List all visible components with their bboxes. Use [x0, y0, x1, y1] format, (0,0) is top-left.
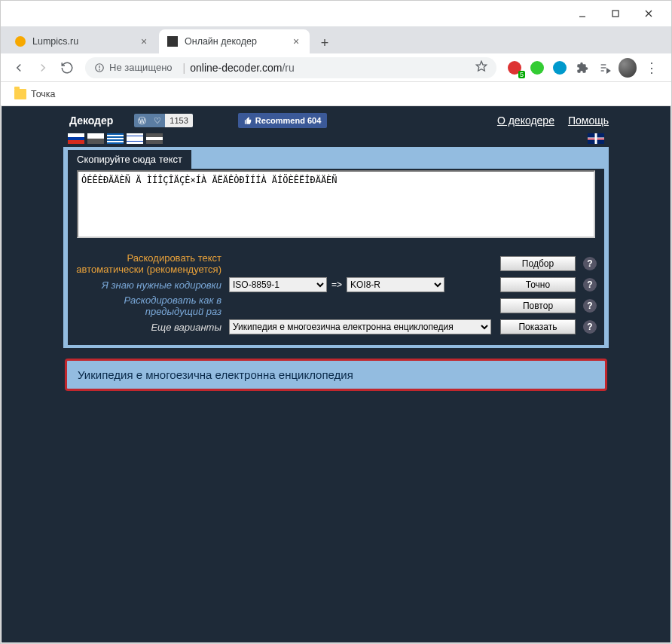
vk-like-badge[interactable]: Ⓦ♡ 1153	[134, 114, 192, 127]
tab-close-icon[interactable]: ×	[138, 35, 150, 47]
help-icon[interactable]: ?	[583, 257, 597, 270]
url-host: online-decoder.com	[190, 62, 282, 74]
url-path: /ru	[282, 62, 294, 74]
profile-avatar[interactable]	[619, 59, 637, 77]
repeat-decode-button[interactable]: Повтор	[500, 298, 576, 313]
reload-button[interactable]	[55, 56, 79, 80]
result-text: Уикипедия е многоезична електронна енцик…	[78, 368, 353, 381]
flag-ru-icon[interactable]	[68, 133, 84, 144]
folder-icon	[14, 89, 26, 99]
flag-icon[interactable]	[87, 133, 104, 144]
variants-select[interactable]: Уикипедия е многоезична електронна енцик…	[229, 319, 491, 334]
extension-icons: 5 ⋮	[502, 59, 665, 77]
section-heading: Скопируйте сюда текст	[68, 150, 191, 169]
bookmark-label: Точка	[31, 89, 56, 99]
bookmarks-bar: Точка	[1, 82, 671, 106]
window-titlebar	[1, 1, 671, 26]
warning-icon	[94, 63, 105, 73]
insecure-indicator[interactable]: Не защищено	[94, 62, 173, 73]
decoder-input[interactable]: ÓÉÊÈĐÄÄÈÑ Ä ÌÍÎÇÎÄÇÈ×ÍÀ ÄËÄÊÒĐÎÍÍÀ ÄÍÖÈÊ…	[77, 170, 595, 238]
favicon-decoder-icon	[166, 35, 179, 47]
bookmark-star-icon[interactable]	[475, 60, 487, 75]
tab-decoder[interactable]: Онлайн декодер ×	[159, 29, 310, 53]
help-link[interactable]: Помощь	[568, 114, 609, 127]
show-button[interactable]: Показать	[500, 319, 576, 334]
extension-icon[interactable]: 5	[506, 59, 524, 77]
address-bar: Не защищено | online-decoder.com/ru 5 ⋮	[1, 53, 671, 82]
flag-icon[interactable]	[146, 133, 163, 144]
decode-result: Уикипедия е многоезична електронна енцик…	[65, 359, 607, 391]
auto-decode-button[interactable]: Подбор	[500, 256, 576, 271]
insecure-label: Не защищено	[109, 62, 173, 73]
browser-menu-button[interactable]: ⋮	[641, 60, 662, 76]
prev-decode-label: Раскодировать как в предыдущий раз	[75, 295, 229, 317]
thumbs-up-icon	[244, 117, 252, 125]
page-viewport: Декодер Ⓦ♡ 1153 Recommend 604 О декодере…	[2, 106, 670, 642]
help-icon[interactable]: ?	[583, 299, 597, 313]
flag-gr-icon[interactable]	[107, 133, 124, 144]
known-encodings-label: Я знаю нужные кодировки	[75, 279, 229, 291]
help-icon[interactable]: ?	[583, 320, 597, 334]
extension-icon[interactable]	[551, 59, 569, 77]
fb-label: Recommend 604	[255, 116, 321, 125]
omnibox[interactable]: Не защищено | online-decoder.com/ru	[85, 57, 496, 78]
svg-marker-7	[476, 61, 486, 71]
flag-il-icon[interactable]	[127, 133, 143, 144]
tab-title: Онлайн декодер	[185, 36, 290, 47]
forward-button[interactable]	[31, 56, 55, 80]
svg-marker-11	[607, 69, 610, 72]
language-flags	[63, 130, 609, 147]
extension-icon[interactable]	[528, 59, 546, 77]
tab-close-icon[interactable]: ×	[290, 35, 302, 47]
tab-strip: Lumpics.ru × Онлайн декодер × +	[1, 26, 671, 53]
help-icon[interactable]: ?	[583, 278, 597, 291]
minimize-button[interactable]	[566, 3, 599, 24]
bookmark-folder[interactable]: Точка	[8, 86, 62, 102]
encoding-from-select[interactable]: ISO-8859-1	[229, 277, 327, 292]
arrow-icon: =>	[327, 279, 347, 290]
vk-like-count: 1153	[165, 114, 192, 127]
back-button[interactable]	[7, 56, 31, 80]
exact-decode-button[interactable]: Точно	[500, 277, 576, 292]
tab-lumpics[interactable]: Lumpics.ru ×	[7, 29, 157, 53]
site-brand: Декодер	[63, 114, 113, 127]
media-control-icon[interactable]	[596, 59, 614, 77]
divider: |	[183, 62, 186, 74]
ext-badge: 5	[518, 71, 525, 78]
vk-icon: Ⓦ	[134, 115, 150, 127]
site-header: Декодер Ⓦ♡ 1153 Recommend 604 О декодере…	[63, 111, 609, 130]
decode-controls: Раскодировать текст автоматически (реком…	[68, 249, 604, 345]
new-tab-button[interactable]: +	[314, 32, 335, 53]
extensions-puzzle-icon[interactable]	[573, 59, 591, 77]
more-variants-label: Еще варианты	[75, 322, 229, 333]
close-button[interactable]	[632, 3, 665, 24]
tab-title: Lumpics.ru	[32, 36, 138, 47]
favicon-lumpics-icon	[14, 35, 26, 47]
fb-recommend-badge[interactable]: Recommend 604	[238, 113, 327, 128]
encoding-to-select[interactable]: KOI8-R	[347, 277, 444, 292]
auto-decode-label: Раскодировать текст автоматически (реком…	[75, 252, 229, 275]
svg-rect-1	[612, 11, 619, 17]
flag-uk-icon[interactable]	[588, 133, 604, 144]
heart-icon: ♡	[150, 116, 165, 126]
about-link[interactable]: О декодере	[497, 114, 554, 127]
maximize-button[interactable]	[599, 3, 632, 24]
svg-point-6	[99, 69, 100, 70]
